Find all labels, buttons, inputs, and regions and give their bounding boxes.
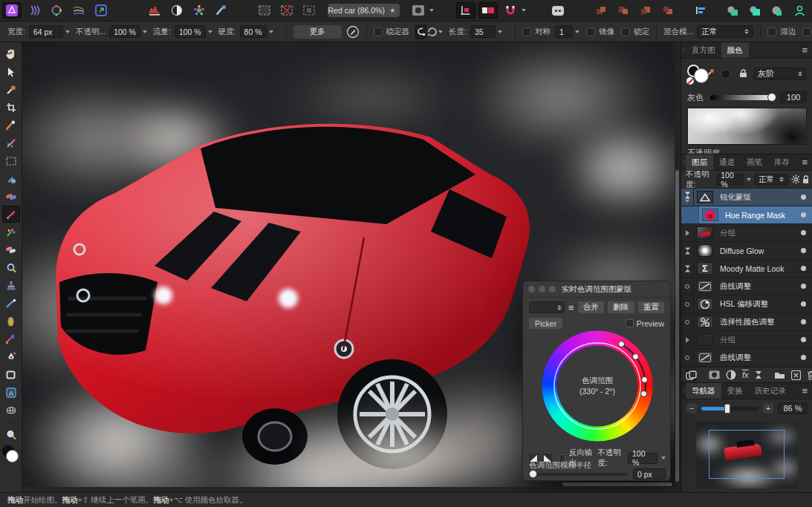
snapping-icon[interactable]	[501, 2, 520, 19]
zoom-window-icon[interactable]	[549, 286, 556, 292]
stabilizer-checkbox[interactable]	[374, 27, 383, 36]
group-layers-icon[interactable]	[774, 369, 785, 381]
adjustment-layer-icon[interactable]	[726, 369, 736, 381]
document-title-pill[interactable]: Red car (86.0%) ★	[328, 4, 399, 17]
blend-mode-select[interactable]: 正常	[697, 25, 753, 38]
gray-value[interactable]: 100	[780, 91, 807, 103]
delete-button[interactable]: 删除	[608, 301, 634, 313]
account-icon[interactable]	[790, 2, 810, 19]
smudge-tool-icon[interactable]	[2, 295, 20, 312]
new-layer-icon[interactable]	[791, 369, 801, 381]
lock-icon[interactable]	[739, 69, 747, 78]
window-stabilizer-icon[interactable]	[426, 24, 438, 39]
move-tool-icon[interactable]	[2, 63, 20, 80]
picked-colour-well[interactable]	[721, 69, 730, 79]
gray-slider[interactable]	[710, 95, 775, 100]
edit-all-layers-icon[interactable]	[686, 369, 697, 381]
healing-brush-tool-icon[interactable]	[2, 188, 20, 205]
crop-tool-icon[interactable]	[2, 99, 20, 116]
layer-visibility-toggle[interactable]	[801, 355, 806, 360]
pen-tool-icon[interactable]	[2, 348, 20, 365]
selection-brush-tool-icon[interactable]	[2, 117, 20, 134]
layer-row[interactable]: 分组	[681, 331, 812, 349]
dialog-titlebar[interactable]: 实时色调范围图蒙版	[523, 281, 670, 298]
layer-visibility-toggle[interactable]	[801, 337, 806, 342]
layer-visibility-toggle[interactable]	[801, 212, 806, 217]
picker-button[interactable]: Picker	[529, 318, 562, 329]
erase-tool-icon[interactable]	[2, 313, 20, 330]
tab-colour[interactable]: 颜色	[721, 42, 749, 58]
snapping-dropdown-chevron[interactable]	[522, 9, 526, 12]
panel-menu-icon[interactable]: ≡	[796, 42, 812, 58]
flood-select-tool-icon[interactable]	[2, 134, 20, 151]
delete-layer-icon[interactable]	[807, 369, 812, 381]
wet-edges-checkbox[interactable]	[767, 27, 776, 36]
liquify-persona-icon[interactable]	[25, 2, 44, 19]
blur-radius-value[interactable]: 0 px	[633, 468, 666, 480]
arrange-forward-icon[interactable]	[614, 2, 633, 19]
select-all-icon[interactable]	[255, 2, 274, 19]
hardness-field[interactable]: 80 %	[240, 25, 267, 38]
view-tool-icon[interactable]	[2, 45, 20, 62]
width-field[interactable]: 64 px	[29, 25, 63, 38]
rope-stabilizer-icon[interactable]	[415, 24, 426, 39]
layer-visibility-toggle[interactable]	[801, 284, 806, 289]
export-persona-icon[interactable]	[91, 2, 111, 19]
length-field[interactable]: 35	[470, 25, 496, 38]
favorite-star-icon[interactable]: ★	[385, 7, 400, 14]
arrange-to-front-icon[interactable]	[591, 2, 611, 19]
zoom-slider[interactable]	[701, 407, 759, 410]
mask-icon[interactable]	[409, 2, 428, 19]
tab-stock[interactable]: 库存	[768, 154, 796, 170]
zoom-value[interactable]: 86 %	[778, 402, 808, 414]
boolean-subtract-icon[interactable]	[746, 2, 765, 19]
tab-transform[interactable]: 变换	[721, 383, 749, 399]
panel-menu-icon[interactable]: ≡	[796, 154, 812, 170]
auto-contrast-icon[interactable]	[167, 2, 186, 19]
opacity-field[interactable]: 100 %	[109, 25, 140, 38]
dodge-burn-tool-icon[interactable]	[2, 241, 20, 258]
layer-effects-icon[interactable]: fx	[742, 369, 749, 381]
auto-colours-icon[interactable]	[189, 2, 209, 19]
protect-alpha-checkbox[interactable]	[802, 27, 811, 36]
photo-persona-icon[interactable]	[2, 2, 22, 19]
layer-lock-icon[interactable]	[802, 175, 808, 184]
layer-row[interactable]: 分组	[681, 224, 812, 242]
tone-mapping-persona-icon[interactable]	[69, 2, 88, 19]
deselect-icon[interactable]	[277, 2, 296, 19]
merge-button[interactable]: 合并	[578, 301, 604, 313]
layer-row[interactable]: Σ Moody Matte Look	[681, 260, 812, 278]
layer-row[interactable]: Diffuse Glow	[681, 242, 812, 260]
navigator-thumbnail[interactable]	[696, 422, 799, 488]
hue-range-mask-dialog[interactable]: 实时色调范围图蒙版 ≡ 合并 删除 重置 Picker Preview	[522, 281, 671, 481]
symmetry-count-field[interactable]: 1	[555, 25, 573, 38]
arrange-backward-icon[interactable]	[636, 2, 655, 19]
live-filter-icon[interactable]	[755, 369, 762, 381]
blur-tool-icon[interactable]	[2, 259, 20, 276]
assistant-icon[interactable]	[548, 2, 568, 19]
preset-menu-icon[interactable]: ≡	[568, 302, 574, 313]
layer-settings-gear-icon[interactable]	[791, 174, 799, 184]
foreground-swatch[interactable]	[694, 68, 709, 83]
boolean-add-icon[interactable]	[724, 2, 743, 19]
layer-row[interactable]: 锐化蒙版	[681, 189, 812, 206]
auto-levels-icon[interactable]	[145, 2, 164, 19]
grayscale-picker-box[interactable]	[687, 108, 807, 145]
panel-menu-icon[interactable]: ≡	[796, 383, 812, 399]
shape-tool-icon[interactable]	[2, 366, 20, 383]
horizontal-scrollbar[interactable]	[22, 482, 675, 487]
mesh-warp-tool-icon[interactable]	[2, 402, 20, 419]
colour-picker-tool-icon[interactable]	[2, 81, 20, 98]
text-tool-icon[interactable]: A	[2, 384, 20, 401]
layer-visibility-toggle[interactable]	[801, 194, 806, 200]
paint-brush-tool-icon[interactable]	[2, 206, 20, 223]
tab-navigator[interactable]: 导航器	[686, 383, 721, 399]
brush-editor-icon[interactable]	[346, 24, 360, 39]
colour-wells[interactable]	[2, 445, 20, 465]
layers-blend-select[interactable]: 正常	[754, 174, 788, 186]
layer-row[interactable]: HSL 偏移调整	[681, 295, 812, 313]
develop-persona-icon[interactable]	[47, 2, 66, 19]
undo-brush-tool-icon[interactable]	[2, 330, 20, 347]
reset-button[interactable]: 重置	[638, 301, 664, 313]
tab-layers[interactable]: 图层	[686, 154, 713, 170]
